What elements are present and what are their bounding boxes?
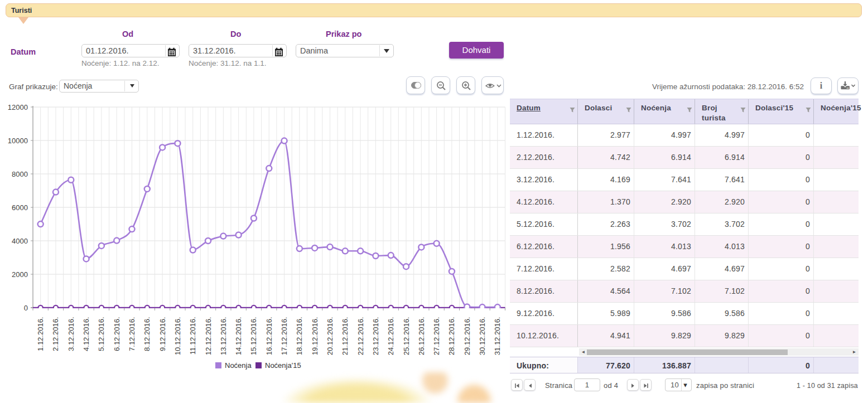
svg-text:Noćenja: Noćenja [225,361,252,370]
svg-text:26.12.2016.: 26.12.2016. [417,317,426,356]
svg-text:23.12.2016.: 23.12.2016. [372,317,380,356]
svg-text:21.12.2016.: 21.12.2016. [341,317,349,356]
svg-text:20.12.2016.: 20.12.2016. [326,317,334,356]
svg-text:14.12.2016.: 14.12.2016. [234,317,243,356]
svg-text:25.12.2016.: 25.12.2016. [402,317,411,356]
svg-text:17.12.2016.: 17.12.2016. [280,317,288,356]
svg-text:22.12.2016.: 22.12.2016. [356,317,365,356]
svg-text:24.12.2016.: 24.12.2016. [387,317,395,356]
svg-text:18.12.2016.: 18.12.2016. [295,317,303,356]
svg-text:10000: 10000 [8,137,28,145]
svg-text:8.12.2016.: 8.12.2016. [143,317,151,351]
svg-text:27.12.2016.: 27.12.2016. [432,317,441,356]
svg-text:5.12.2016.: 5.12.2016. [97,317,105,351]
svg-text:29.12.2016.: 29.12.2016. [463,317,471,356]
svg-text:9.12.2016.: 9.12.2016. [158,317,167,351]
svg-text:1.12.2016.: 1.12.2016. [36,317,45,351]
svg-text:6.12.2016.: 6.12.2016. [113,317,121,351]
svg-text:3.12.2016.: 3.12.2016. [67,317,75,351]
svg-text:4000: 4000 [12,237,28,245]
svg-text:4.12.2016.: 4.12.2016. [82,317,90,351]
svg-text:6000: 6000 [12,203,28,212]
svg-text:2.12.2016.: 2.12.2016. [51,317,60,351]
svg-text:2000: 2000 [12,270,28,279]
svg-text:8000: 8000 [12,170,28,178]
svg-text:12000: 12000 [8,103,28,111]
svg-text:10.12.2016.: 10.12.2016. [173,317,182,356]
svg-text:11.12.2016.: 11.12.2016. [189,317,197,355]
svg-text:7.12.2016.: 7.12.2016. [128,317,136,351]
svg-text:13.12.2016.: 13.12.2016. [219,317,228,356]
svg-text:16.12.2016.: 16.12.2016. [265,317,273,356]
svg-text:28.12.2016.: 28.12.2016. [447,317,456,356]
svg-text:12.12.2016.: 12.12.2016. [204,317,213,356]
svg-text:Noćenja'15: Noćenja'15 [265,361,301,370]
svg-text:15.12.2016.: 15.12.2016. [249,317,258,356]
svg-text:30.12.2016.: 30.12.2016. [478,317,486,356]
svg-text:19.12.2016.: 19.12.2016. [311,317,319,356]
svg-text:31.12.2016.: 31.12.2016. [493,317,501,356]
svg-text:0: 0 [24,304,28,312]
